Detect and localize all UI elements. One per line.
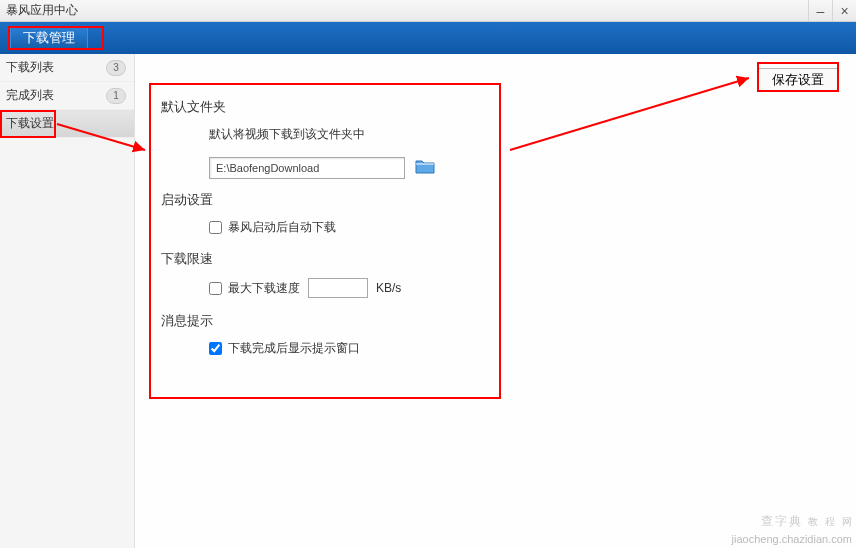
sidebar-item-label: 下载列表 bbox=[6, 59, 54, 76]
sidebar-badge: 3 bbox=[106, 60, 126, 76]
window-titlebar: 暴风应用中心 – × bbox=[0, 0, 856, 22]
sidebar: 下载列表 3 完成列表 1 下载设置 bbox=[0, 54, 135, 548]
save-settings-button[interactable]: 保存设置 bbox=[757, 68, 839, 92]
window-title: 暴风应用中心 bbox=[6, 2, 78, 19]
default-folder-hint: 默认将视频下载到该文件夹中 bbox=[209, 126, 639, 143]
section-title-speed-limit: 下载限速 bbox=[161, 250, 639, 268]
sidebar-item-label: 下载设置 bbox=[6, 115, 54, 132]
sidebar-item-download-settings[interactable]: 下载设置 bbox=[0, 110, 134, 138]
max-speed-label: 最大下载速度 bbox=[228, 280, 300, 297]
watermark-brand: 查字典 教 程 网 bbox=[761, 513, 854, 530]
minimize-button[interactable]: – bbox=[808, 0, 832, 21]
window-controls: – × bbox=[808, 0, 856, 21]
show-popup-label: 下载完成后显示提示窗口 bbox=[228, 340, 360, 357]
section-title-default-folder: 默认文件夹 bbox=[161, 98, 639, 116]
speed-unit-label: KB/s bbox=[376, 281, 401, 295]
tab-download-manager[interactable]: 下载管理 bbox=[10, 26, 88, 50]
body-area: 下载列表 3 完成列表 1 下载设置 保存设置 默认文件夹 默认将视频下载到该文… bbox=[0, 54, 856, 548]
tab-label: 下载管理 bbox=[23, 29, 75, 47]
folder-icon bbox=[415, 158, 435, 174]
browse-folder-button[interactable] bbox=[415, 158, 437, 178]
sidebar-item-completed-list[interactable]: 完成列表 1 bbox=[0, 82, 134, 110]
close-button[interactable]: × bbox=[832, 0, 856, 21]
section-title-message: 消息提示 bbox=[161, 312, 639, 330]
sidebar-badge: 1 bbox=[106, 88, 126, 104]
show-popup-checkbox[interactable] bbox=[209, 342, 222, 355]
header-bar: 下载管理 bbox=[0, 22, 856, 54]
save-button-label: 保存设置 bbox=[772, 71, 824, 89]
section-title-startup: 启动设置 bbox=[161, 191, 639, 209]
max-speed-checkbox[interactable] bbox=[209, 282, 222, 295]
auto-download-label: 暴风启动后自动下载 bbox=[228, 219, 336, 236]
settings-panel: 默认文件夹 默认将视频下载到该文件夹中 启动设置 bbox=[151, 82, 639, 432]
max-speed-input[interactable] bbox=[308, 278, 368, 298]
content-area: 保存设置 默认文件夹 默认将视频下载到该文件夹中 bbox=[135, 54, 856, 548]
auto-download-checkbox[interactable] bbox=[209, 221, 222, 234]
sidebar-item-label: 完成列表 bbox=[6, 87, 54, 104]
watermark-url: jiaocheng.chazidian.com bbox=[732, 533, 852, 545]
download-path-input[interactable] bbox=[209, 157, 405, 179]
sidebar-item-download-list[interactable]: 下载列表 3 bbox=[0, 54, 134, 82]
